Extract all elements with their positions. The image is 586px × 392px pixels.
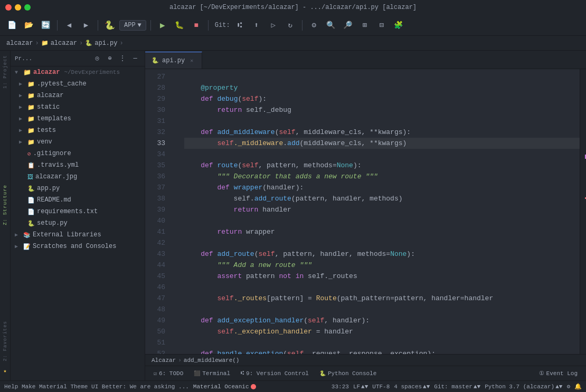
code-line-43[interactable]: def add_route(self, pattern, handler, me… [184,248,580,260]
todo-tab[interactable]: ☑ 6: TODO [149,368,187,379]
project-panel-label[interactable]: 1: Project [3,55,8,89]
tree-item-requirements[interactable]: ▶ 📄 requirements.txt [11,206,145,217]
sidebar-collapse-btn[interactable]: ⊕ [105,53,115,64]
find-usage-button[interactable]: 🔎 [341,18,355,33]
tree-item-tests[interactable]: ▶ 📁 tests [11,125,145,136]
tree-item-venv[interactable]: ▶ 📁 venv [11,136,145,148]
indent-indicator[interactable]: 4 spaces ▲▼ [394,384,430,390]
sync-button[interactable]: 🔄 [38,18,53,33]
python-console-tab[interactable]: 🐍 Python Console [315,368,381,379]
tree-item-travis[interactable]: ▶ 📋 .travis.yml [11,159,145,171]
sidebar-menu-btn[interactable]: ⋮ [117,53,128,64]
structure-panel-label[interactable]: Z: Structure [3,185,8,225]
tree-item-pytest-cache[interactable]: ▶ 📁 .pytest_cache [11,78,145,90]
code-line-31[interactable] [184,116,580,127]
tree-item-static[interactable]: ▶ 📁 static [11,101,145,113]
code-line-38[interactable]: self.add_route(pattern, handler, methods… [184,193,580,204]
code-content[interactable]: @property def debug(self): return self._… [180,69,580,354]
notifications-btn[interactable]: 🔔 [574,383,582,390]
code-line-35[interactable]: def route(self, pattern, methods=None): [184,160,580,171]
stop-button[interactable]: ■ [189,18,204,33]
back-button[interactable]: ◀ [62,18,77,33]
code-line-30[interactable]: return self._debug [184,104,580,116]
event-log-tab[interactable]: ① Event Log [535,368,582,379]
debug-button[interactable]: 🐛 [172,18,187,33]
search-button[interactable]: 🔍 [324,18,338,33]
code-line-29[interactable]: def debug(self): [184,93,580,104]
forward-button[interactable]: ▶ [79,18,93,33]
code-line-50[interactable]: self._exception_handler = handler [184,326,580,337]
tree-item-scratches[interactable]: ▶ 📝 Scratches and Consoles [11,241,145,252]
terminal-tab[interactable]: ⬛ Terminal [190,368,234,379]
code-line-33[interactable]: self._middleware.add(middleware_cls, **k… [184,138,580,149]
code-line-48[interactable] [184,304,580,315]
app-selector[interactable]: APP ▼ [119,20,146,31]
encoding-indicator[interactable]: LF ▲▼ [353,384,368,390]
code-line-40[interactable] [184,215,580,226]
git-indicator[interactable]: Git: master ▲▼ [434,384,480,390]
settings-status-btn[interactable]: ⚙ [566,383,570,390]
window-title: alcazar [~/DevExperiments/alcazar] - ...… [169,4,417,11]
line-col-indicator[interactable]: 33:23 [332,384,349,390]
extensions-button[interactable]: 🧩 [391,18,406,33]
diff-button[interactable]: ⊟ [374,18,389,33]
code-line-42[interactable] [184,237,580,248]
split-button[interactable]: ⊞ [357,18,372,33]
apipy-tab-close[interactable]: ✕ [188,57,195,64]
charset-indicator[interactable]: UTF-8 [372,384,390,390]
tree-item-apppy[interactable]: ▶ 🐍 app.py [11,183,145,194]
breadcrumb-item-apipy[interactable]: api.py [94,40,117,47]
tree-item-gitignore[interactable]: ▶ ⊘ .gitignore [11,148,145,159]
minimize-button[interactable] [15,4,21,11]
tree-item-alcazar-jpg[interactable]: ▶ 🖼 alcazar.jpg [11,171,145,183]
tree-item-external-libs[interactable]: ▶ 📚 External Libraries [11,229,145,241]
code-line-27[interactable] [184,71,580,82]
favorites-panel-label[interactable]: 2: Favorites [3,321,8,361]
tree-item-setuppy[interactable]: ▶ 🐍 setup.py [11,217,145,229]
sidebar-target-btn[interactable]: ◎ [92,53,102,64]
tree-root-item[interactable]: ▼ 📁 alcazar ~/DevExperiments [11,66,145,78]
code-line-39[interactable]: return handler [184,204,580,215]
git-coverage2-button[interactable]: ↻ [283,18,298,33]
new-file-button[interactable]: 📄 [4,18,19,33]
git-push-button[interactable]: ⬆ [249,18,264,33]
tests-chevron: ▶ [19,127,25,133]
breadcrumb-item-alcazar2[interactable]: alcazar [51,40,77,47]
code-line-36[interactable]: """ Decorator that adds a new route """ [184,171,580,182]
editor-tab-apipy[interactable]: 🐍 api.py ✕ [145,52,202,69]
close-button[interactable] [5,4,12,11]
breadcrumb-item-alcazar1[interactable]: alcazar [6,40,33,47]
tree-item-readme[interactable]: ▶ 📄 README.md [11,194,145,206]
code-line-51[interactable] [184,337,580,348]
code-line-44[interactable]: """ Add a new route """ [184,260,580,271]
code-line-49[interactable]: def add_exception_handler(self, handler)… [184,315,580,326]
code-line-47[interactable]: self._routes[pattern] = Route(path_patte… [184,293,580,304]
code-line-28[interactable]: @property [184,82,580,93]
git-coverage-button[interactable]: ▷ [266,18,281,33]
sidebar-toolbar: Pr... ◎ ⊕ ⋮ ─ [11,51,145,66]
settings-button[interactable]: ⚙ [307,18,322,33]
static-label: static [37,103,60,111]
version-control-tab[interactable]: ⑆ 9: Version Control [237,368,313,379]
code-line-41[interactable]: return wrapper [184,226,580,237]
code-line-46[interactable] [184,282,580,293]
tree-item-alcazar-folder[interactable]: ▶ 📁 alcazar [11,90,145,101]
code-line-45[interactable]: assert pattern not in self._routes [184,271,580,282]
code-line-34[interactable] [184,149,580,160]
sidebar-minimize-btn[interactable]: ─ [130,53,140,64]
travis-icon: 📋 [27,162,35,169]
code-line-37[interactable]: def wrapper(handler): [184,182,580,193]
readme-label: README.md [37,196,71,204]
folder-icon-1: 📁 [41,40,49,46]
tree-item-templates[interactable]: ▶ 📁 templates [11,113,145,125]
code-line-32[interactable]: def add_middleware(self, middleware_cls,… [184,127,580,138]
gitignore-icon: ⊘ [27,150,31,157]
run-button[interactable]: ▶ [155,18,170,33]
maximize-button[interactable] [24,4,31,11]
python-indicator[interactable]: Python 3.7 (alcazar) ▲▼ [485,384,562,390]
jpg-label: alcazar.jpg [35,173,77,180]
open-button[interactable]: 📂 [21,18,36,33]
git-branch-button[interactable]: ⑆ [232,18,247,33]
window-controls[interactable] [5,4,31,11]
code-line-52[interactable]: def handle_exception(self, request, resp… [184,348,580,354]
